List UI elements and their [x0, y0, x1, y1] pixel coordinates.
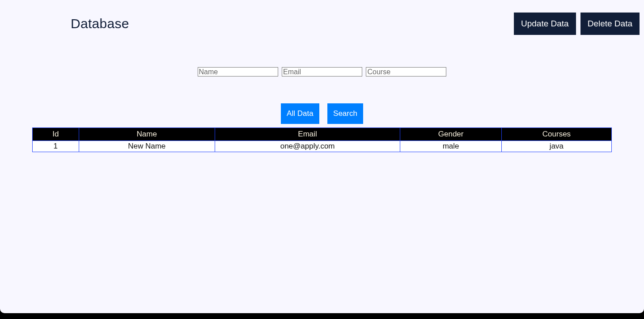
col-header-courses: Courses [501, 128, 611, 141]
search-button[interactable]: Search [327, 103, 363, 124]
col-header-id: Id [33, 128, 79, 141]
cell-name: New Name [79, 141, 215, 152]
col-header-gender: Gender [400, 128, 502, 141]
cell-gender: male [400, 141, 502, 152]
delete-data-button[interactable]: Delete Data [580, 13, 640, 35]
email-input[interactable] [282, 67, 362, 77]
page-container: Database Update Data Delete Data All Dat… [0, 0, 644, 313]
cell-courses: java [501, 141, 611, 152]
update-data-button[interactable]: Update Data [514, 13, 576, 35]
header-buttons: Update Data Delete Data [514, 13, 640, 35]
action-row: All Data Search [0, 103, 644, 124]
name-input[interactable] [198, 67, 278, 77]
header: Database Update Data Delete Data [0, 0, 644, 35]
table-wrap: Id Name Email Gender Courses 1 New Name … [32, 128, 612, 152]
course-input[interactable] [366, 67, 446, 77]
table-header-row: Id Name Email Gender Courses [33, 128, 612, 141]
table-row: 1 New Name one@apply.com male java [33, 141, 612, 152]
all-data-button[interactable]: All Data [281, 103, 319, 124]
cell-email: one@apply.com [215, 141, 400, 152]
col-header-name: Name [79, 128, 215, 141]
cell-id: 1 [33, 141, 79, 152]
page-title: Database [71, 16, 129, 31]
data-table: Id Name Email Gender Courses 1 New Name … [32, 128, 612, 152]
search-row [0, 67, 644, 77]
col-header-email: Email [215, 128, 400, 141]
